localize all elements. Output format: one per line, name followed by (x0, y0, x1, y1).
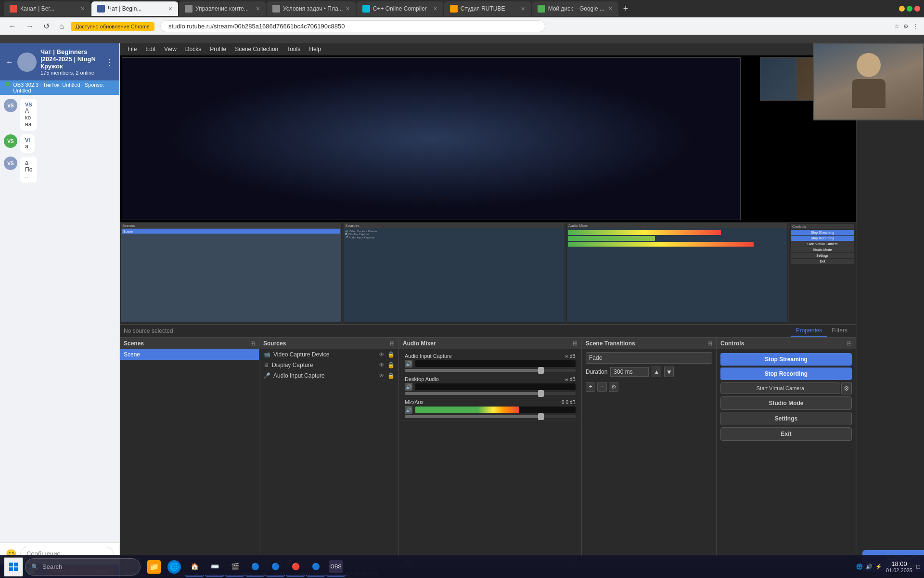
studio-mode-button[interactable]: Studio Mode (720, 396, 852, 410)
refresh-button[interactable]: ↺ (40, 21, 52, 32)
extensions-icon[interactable]: ⚙ (903, 23, 909, 30)
new-tab-button[interactable]: + (619, 2, 632, 16)
exit-button[interactable]: Exit (720, 427, 852, 441)
tab-close-2[interactable]: × (168, 5, 172, 13)
nested-exit[interactable]: Exit (791, 259, 854, 264)
volume-handle-3[interactable] (538, 413, 544, 420)
chat-messages[interactable]: VS VS Акона VS Vi a (0, 95, 119, 542)
start-button[interactable] (4, 557, 23, 577)
menu-edit[interactable]: Edit (141, 44, 159, 54)
tab-6[interactable]: Студия RUTUBE × (444, 1, 531, 16)
tab-close-3[interactable]: × (256, 5, 260, 13)
source-item-1[interactable]: 📹 Video Capture Device 👁 🔒 (259, 349, 398, 360)
taskbar-search-bar[interactable]: 🔍 Search (25, 558, 141, 576)
settings-transition-button[interactable]: ⚙ (609, 382, 618, 392)
nested-stop-streaming[interactable]: Stop Streaming (791, 230, 854, 235)
menu-view[interactable]: View (160, 44, 180, 54)
menu-tools[interactable]: Tools (283, 44, 304, 54)
tab-4[interactable]: Условия задач • Пла... × (267, 1, 356, 16)
tab-close-5[interactable]: × (434, 5, 437, 13)
tab-close-1[interactable]: × (81, 5, 85, 13)
sources-expand-button[interactable]: ⊞ (390, 340, 395, 347)
start-virtual-camera-button[interactable]: Start Virtual Camera (720, 382, 840, 394)
taskbar-app-explorer2[interactable]: 🏠 (185, 557, 204, 577)
chrome-update-banner[interactable]: Доступно обновление Chrome (71, 22, 154, 31)
stop-streaming-button[interactable]: Stop Streaming (720, 353, 852, 366)
source-eye-2[interactable]: 👁 (379, 362, 385, 368)
battery-icon[interactable]: ⚡ (875, 564, 882, 570)
menu-docks[interactable]: Docks (181, 44, 205, 54)
nested-virtual-cam[interactable]: Start Virtual Camera (791, 241, 854, 247)
virtual-camera-settings-button[interactable]: ⚙ (841, 382, 852, 394)
duration-up-button[interactable]: ▲ (652, 367, 661, 377)
tab-7[interactable]: Мой диск – Google ... × (532, 1, 618, 16)
scenes-expand-button[interactable]: ⊞ (250, 340, 255, 347)
scene-item-1[interactable]: Scene (120, 349, 259, 360)
close-button[interactable] (914, 6, 920, 12)
tab-5[interactable]: C++ Online Compiler × (357, 1, 443, 16)
nested-studio-mode[interactable]: Studio Mode (791, 247, 854, 252)
tab-close-7[interactable]: × (609, 5, 613, 13)
audio-expand-button[interactable]: ⊞ (573, 340, 578, 347)
menu-icon[interactable]: ⋮ (912, 23, 918, 30)
minimize-button[interactable] (899, 6, 905, 12)
show-desktop-button[interactable] (916, 565, 920, 569)
tab-close-4[interactable]: × (346, 5, 350, 13)
source-eye-1[interactable]: 👁 (379, 351, 385, 358)
settings-button[interactable]: Settings (720, 412, 852, 425)
source-eye-3[interactable]: 👁 (379, 372, 385, 379)
duration-down-button[interactable]: ▼ (664, 367, 674, 377)
source-lock-3[interactable]: 🔒 (387, 372, 395, 379)
volume-slider-1[interactable] (405, 369, 576, 372)
taskbar-time[interactable]: 18:00 01.02.2025 (886, 560, 912, 573)
transitions-expand-button[interactable]: ⊞ (707, 340, 712, 347)
menu-profile[interactable]: Profile (206, 44, 230, 54)
taskbar-app-notepad[interactable]: ⌨️ (205, 557, 224, 577)
mute-button-2[interactable]: 🔊 (405, 383, 412, 391)
chat-back-button[interactable]: ← (6, 58, 13, 66)
taskbar-app-obs[interactable]: OBS (326, 557, 346, 577)
menu-scene-collection[interactable]: Scene Collection (231, 44, 282, 54)
volume-handle-2[interactable] (538, 390, 544, 397)
maximize-button[interactable] (907, 6, 912, 12)
source-item-3[interactable]: 🎤 Audio Input Capture 👁 🔒 (259, 370, 398, 381)
back-button[interactable]: ← (6, 21, 19, 32)
fade-select[interactable]: Fade (586, 352, 712, 364)
taskbar-app-rutube[interactable]: 🎬 (225, 557, 244, 577)
volume-icon[interactable]: 🔊 (866, 564, 873, 570)
volume-slider-2[interactable] (405, 392, 576, 395)
source-lock-2[interactable]: 🔒 (387, 362, 395, 368)
network-icon[interactable]: 🌐 (856, 564, 863, 570)
nested-stop-recording[interactable]: Stop Recording (791, 236, 854, 241)
volume-handle-1[interactable] (538, 367, 544, 374)
nested-settings[interactable]: Settings (791, 253, 854, 258)
controls-expand-button[interactable]: ⊞ (847, 340, 852, 347)
taskbar-app-rutube2[interactable]: 🔴 (286, 557, 305, 577)
source-lock-1[interactable]: 🔒 (387, 351, 395, 358)
mute-button-3[interactable]: 🔊 (405, 406, 412, 414)
taskbar-app-edge[interactable]: 🌐 (165, 557, 184, 577)
url-input[interactable] (160, 20, 545, 32)
taskbar-app-chrome[interactable]: 🔵 (245, 557, 265, 577)
menu-file[interactable]: File (124, 44, 141, 54)
tab-close-6[interactable]: × (521, 5, 525, 13)
stop-recording-button[interactable]: Stop Recording (720, 368, 852, 380)
menu-help[interactable]: Help (305, 44, 325, 54)
taskbar-app-explorer[interactable]: 📁 (144, 557, 164, 577)
forward-button[interactable]: → (23, 21, 37, 32)
taskbar-app-chrome2[interactable]: 🔵 (266, 557, 285, 577)
tab-2[interactable]: Чат | Begin... × (91, 1, 178, 16)
filters-tab[interactable]: Filters (827, 325, 852, 337)
tab-1[interactable]: Канал | Бег... × (4, 1, 90, 16)
properties-tab[interactable]: Properties (791, 325, 827, 337)
tab-3[interactable]: Управление конте... × (179, 1, 266, 16)
chat-menu-button[interactable]: ⋮ (105, 57, 114, 67)
duration-input[interactable] (610, 367, 649, 377)
add-transition-button[interactable]: + (586, 382, 595, 392)
taskbar-app-chrome3[interactable]: 🔵 (306, 557, 325, 577)
source-item-2[interactable]: 🖥 Display Capture 👁 🔒 (259, 360, 398, 370)
home-button[interactable]: ⌂ (56, 21, 67, 32)
volume-slider-3[interactable] (405, 415, 576, 418)
mute-button-1[interactable]: 🔊 (405, 360, 412, 368)
remove-transition-button[interactable]: − (597, 382, 607, 392)
